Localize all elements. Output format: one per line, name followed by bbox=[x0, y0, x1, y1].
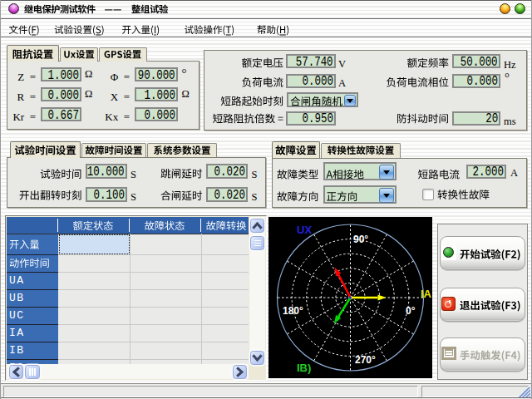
svg-text:IB): IB) bbox=[297, 362, 311, 374]
svg-text:0°: 0° bbox=[406, 305, 416, 317]
svg-text:180°: 180° bbox=[283, 305, 303, 317]
svg-text:270°: 270° bbox=[355, 354, 376, 366]
svg-text:90°: 90° bbox=[353, 234, 368, 245]
svg-text:IA: IA bbox=[421, 288, 432, 300]
svg-text:UX: UX bbox=[297, 224, 312, 236]
